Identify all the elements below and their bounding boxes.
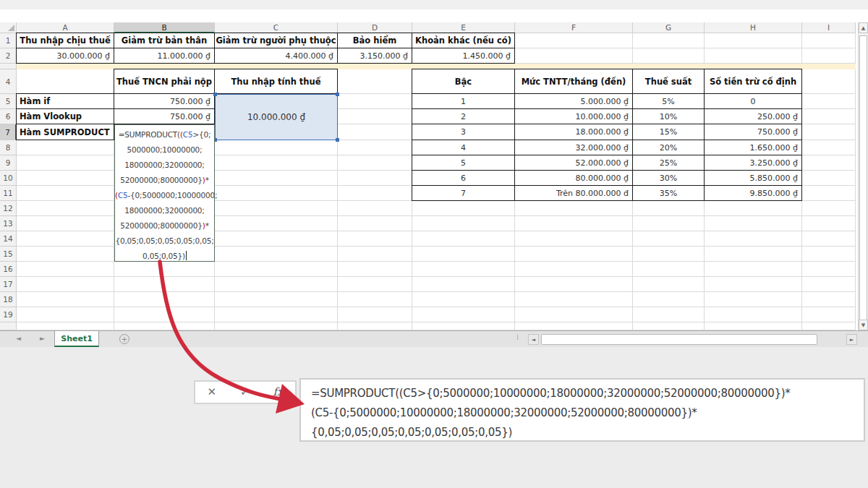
grid-cell-A8[interactable] bbox=[17, 140, 114, 155]
row-header-2[interactable]: 2 bbox=[0, 48, 17, 64]
row-header-7[interactable]: 7 bbox=[0, 124, 17, 140]
grid-cell-I13[interactable] bbox=[802, 216, 856, 231]
grid-cell-A16[interactable] bbox=[17, 262, 114, 277]
selection-handle[interactable] bbox=[213, 93, 217, 96]
cell-F7[interactable]: 18.000.000 ₫ bbox=[514, 124, 633, 140]
row-header-9[interactable]: 9 bbox=[0, 155, 17, 171]
grid-cell-I16[interactable] bbox=[802, 262, 856, 277]
grid-cell-D12[interactable] bbox=[338, 201, 412, 216]
grid-cell-A11[interactable] bbox=[17, 186, 114, 201]
column-header-C[interactable]: C bbox=[215, 22, 338, 33]
cell-H4[interactable]: Số tiền trừ cố định bbox=[704, 69, 802, 94]
cell-B4[interactable]: Thuế TNCN phải nộp bbox=[114, 69, 215, 94]
grid-cell-H1[interactable] bbox=[705, 33, 802, 48]
add-sheet-button[interactable]: + bbox=[119, 334, 129, 344]
cell-H10[interactable]: 5.850.000 ₫ bbox=[704, 170, 802, 186]
grid-cell-D10[interactable] bbox=[338, 171, 412, 186]
grid-cell-A10[interactable] bbox=[17, 171, 114, 186]
grid-cell-I19[interactable] bbox=[802, 307, 856, 322]
tab-scrollbar-splitter[interactable]: ⁞ bbox=[516, 333, 517, 341]
row-header-13[interactable]: 13 bbox=[0, 216, 17, 231]
row-header-18[interactable]: 18 bbox=[0, 292, 17, 307]
enter-icon[interactable]: ✓ bbox=[240, 387, 250, 398]
grid-cell-E18[interactable] bbox=[412, 292, 515, 307]
grid-cell-D9[interactable] bbox=[338, 155, 412, 171]
grid-cell-E16[interactable] bbox=[412, 262, 515, 277]
cell-G11[interactable]: 35% bbox=[632, 185, 705, 201]
grid-cell-I10[interactable] bbox=[802, 171, 856, 186]
selection-handle[interactable] bbox=[336, 138, 339, 142]
grid-cell-I9[interactable] bbox=[802, 155, 856, 171]
cell-B6[interactable]: 750.000 ₫ bbox=[114, 108, 215, 124]
cell-C4[interactable]: Thu nhập tính thuế bbox=[214, 69, 338, 94]
cell-E10[interactable]: 6 bbox=[412, 170, 515, 186]
grid-cell-H19[interactable] bbox=[705, 307, 802, 322]
cell-D1[interactable]: Bảo hiểm bbox=[337, 33, 412, 48]
grid-cell-G19[interactable] bbox=[633, 307, 705, 322]
cell-B5[interactable]: 750.000 ₫ bbox=[114, 93, 215, 109]
selection-handle[interactable] bbox=[336, 93, 339, 96]
cell-H11[interactable]: 9.850.000 ₫ bbox=[704, 185, 802, 201]
select-all-corner[interactable] bbox=[0, 22, 17, 33]
row-header-3[interactable] bbox=[0, 64, 17, 69]
grid-cell-H13[interactable] bbox=[705, 216, 802, 231]
row-header-6[interactable]: 6 bbox=[0, 109, 17, 124]
grid-cell-H12[interactable] bbox=[705, 201, 802, 216]
grid-cell-F13[interactable] bbox=[515, 216, 633, 231]
grid-cell-D17[interactable] bbox=[338, 277, 412, 292]
column-header-G[interactable]: G bbox=[633, 22, 705, 33]
grid-cell-F18[interactable] bbox=[515, 292, 633, 307]
row-header-10[interactable]: 10 bbox=[0, 171, 17, 186]
row-header-17[interactable]: 17 bbox=[0, 277, 17, 292]
grid-cell-E15[interactable] bbox=[412, 247, 515, 262]
cell-F9[interactable]: 52.000.000 ₫ bbox=[514, 155, 633, 171]
cell-D2[interactable]: 3.150.000 ₫ bbox=[337, 48, 412, 64]
scroll-right-arrow-icon[interactable]: ► bbox=[846, 334, 857, 345]
grid-cell-F19[interactable] bbox=[515, 307, 633, 322]
grid-cell-C12[interactable] bbox=[215, 201, 338, 216]
grid-cell-F12[interactable] bbox=[515, 201, 633, 216]
grid-cell-G16[interactable] bbox=[633, 262, 705, 277]
grid-cell-E19[interactable] bbox=[412, 307, 515, 322]
grid-cell-D16[interactable] bbox=[338, 262, 412, 277]
cell-G7[interactable]: 15% bbox=[632, 124, 705, 140]
grid-cell-I18[interactable] bbox=[802, 292, 856, 307]
selected-range-C5-C7[interactable]: 10.000.000 ₫ bbox=[215, 94, 338, 140]
cell-E6[interactable]: 2 bbox=[412, 108, 515, 124]
grid-cell-C19[interactable] bbox=[215, 307, 338, 322]
grid-cell-F20[interactable] bbox=[515, 322, 633, 330]
grid-cell-I8[interactable] bbox=[802, 140, 856, 155]
sheet-tab-sheet1[interactable]: Sheet1 bbox=[54, 331, 99, 347]
grid-cell-D5[interactable] bbox=[338, 94, 412, 109]
cell-A7[interactable]: Hàm SUMPRODUCT bbox=[16, 124, 114, 140]
cancel-icon[interactable]: ✕ bbox=[207, 387, 216, 398]
cell-G9[interactable]: 25% bbox=[632, 155, 705, 171]
grid-cell-C10[interactable] bbox=[215, 171, 338, 186]
grid-cell-E17[interactable] bbox=[412, 277, 515, 292]
cell-A2[interactable]: 30.000.000 ₫ bbox=[16, 48, 114, 64]
grid-cell-G13[interactable] bbox=[633, 216, 705, 231]
cell-E8[interactable]: 4 bbox=[412, 140, 515, 155]
row-header-16[interactable]: 16 bbox=[0, 262, 17, 277]
grid-cell-A20[interactable] bbox=[17, 322, 114, 330]
cell-E9[interactable]: 5 bbox=[412, 155, 515, 171]
column-header-B[interactable]: B bbox=[114, 22, 215, 33]
row-header-4[interactable]: 4 bbox=[0, 69, 17, 94]
grid-cell-B17[interactable] bbox=[114, 277, 215, 292]
cell-F5[interactable]: 5.000.000 ₫ bbox=[514, 93, 633, 109]
grid-cell-D7[interactable] bbox=[338, 124, 412, 140]
column-header-E[interactable]: E bbox=[412, 22, 515, 33]
cell-edit-formula-B7[interactable]: =SUMPRODUCT((C5>{0;5000000;10000000;1800… bbox=[114, 124, 215, 262]
grid-cell-G1[interactable] bbox=[633, 33, 705, 48]
grid-cell-I12[interactable] bbox=[802, 201, 856, 216]
cell-B2[interactable]: 11.000.000 ₫ bbox=[114, 48, 215, 64]
grid-cell-C16[interactable] bbox=[215, 262, 338, 277]
horizontal-scrollbar-thumb[interactable] bbox=[541, 334, 817, 345]
row-header-5[interactable]: 5 bbox=[0, 94, 17, 109]
grid-cell-I11[interactable] bbox=[802, 186, 856, 201]
grid-cell-E20[interactable] bbox=[412, 322, 515, 330]
grid-cell-E13[interactable] bbox=[412, 216, 515, 231]
grid-cell-I7[interactable] bbox=[802, 124, 856, 140]
grid-cell-G17[interactable] bbox=[633, 277, 705, 292]
vertical-scrollbar-thumb[interactable] bbox=[859, 35, 867, 330]
